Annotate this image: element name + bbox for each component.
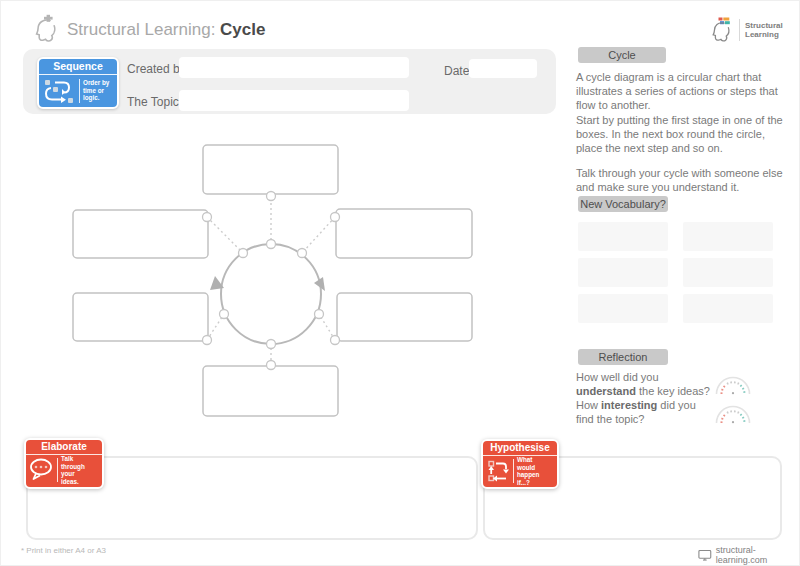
stage-box-bottom[interactable]	[203, 366, 338, 416]
reflection-question-interest: How interesting did you find the topic?	[576, 398, 716, 426]
question-bold-text: interesting	[601, 399, 657, 411]
reflection-question-understand: How well did you understand the key idea…	[576, 370, 716, 398]
stage-box-lower-right[interactable]	[337, 293, 472, 341]
stage-boxes	[73, 145, 472, 416]
stage-box-upper-right[interactable]	[336, 209, 472, 258]
question-text: How well did you	[576, 371, 659, 383]
sequence-card-title: Sequence	[39, 59, 117, 75]
hypothesise-card-divider	[513, 459, 514, 483]
discussion-paragraph: Talk through your cycle with someone els…	[576, 166, 791, 194]
cycle-section-badge: Cycle	[578, 47, 666, 63]
vocabulary-box[interactable]	[578, 258, 668, 287]
instructions-paragraph: Start by putting the first stage in one …	[576, 113, 791, 155]
vocabulary-box[interactable]	[578, 294, 668, 323]
sequence-card-divider	[79, 79, 80, 103]
elaborate-card-divider	[57, 458, 58, 482]
vocabulary-box[interactable]	[683, 294, 773, 323]
vocabulary-box[interactable]	[683, 222, 773, 251]
print-note: * Print in either A4 or A3	[21, 546, 106, 555]
hypothesise-card-description: What would happen if...?	[517, 456, 547, 486]
reflection-section-badge: Reflection	[578, 349, 668, 365]
understanding-gauge[interactable]	[713, 375, 753, 396]
header-form: Sequence Order by time or logic. Created…	[23, 49, 556, 114]
hypothesise-card-title: Hypothesise	[483, 441, 557, 456]
created-by-label: Created by	[127, 62, 186, 76]
elaborate-card: Elaborate Talk through your ideas.	[24, 438, 104, 489]
stage-box-upper-left[interactable]	[73, 210, 208, 258]
elaborate-card-description: Talk through your ideas.	[61, 455, 91, 485]
interest-gauge[interactable]	[713, 404, 753, 425]
topic-label: The Topic	[127, 95, 179, 109]
date-label: Date	[444, 64, 469, 78]
sequence-card-description: Order by time or logic.	[83, 79, 115, 102]
monitor-icon	[698, 549, 712, 562]
sequence-method-card: Sequence Order by time or logic.	[37, 57, 119, 109]
website-url: structural-learning.com	[716, 545, 799, 565]
worksheet-type-text: Cycle	[220, 20, 265, 39]
question-text: How	[576, 399, 601, 411]
website-footer: structural-learning.com	[698, 545, 799, 565]
brand-head-icon	[34, 14, 61, 42]
created-by-input[interactable]	[179, 57, 409, 78]
hypothesise-card: Hypothesise What would happen if...?	[481, 439, 559, 489]
brand-text: Structural Learning:	[67, 20, 220, 39]
cycle-loop-icon	[486, 459, 512, 484]
topic-input[interactable]	[179, 90, 409, 111]
question-text: the key ideas?	[636, 385, 710, 397]
cycle-diagram	[1, 131, 561, 431]
vocabulary-box[interactable]	[578, 222, 668, 251]
sequence-flow-icon	[42, 77, 78, 105]
vocabulary-grid	[578, 222, 773, 323]
page-title: Structural Learning: Cycle	[67, 20, 265, 40]
worksheet-page: Structural Learning: Cycle Structural Le…	[0, 0, 800, 566]
date-input[interactable]	[469, 59, 537, 78]
question-bold-text: understand	[576, 385, 636, 397]
vocabulary-section-badge: New Vocabulary?	[578, 196, 668, 212]
stage-box-top[interactable]	[203, 145, 338, 194]
elaborate-card-title: Elaborate	[26, 440, 102, 455]
cycle-circle	[221, 244, 321, 344]
speech-bubble-icon	[28, 457, 56, 483]
stage-box-lower-left[interactable]	[73, 293, 208, 341]
vocabulary-box[interactable]	[683, 258, 773, 287]
description-paragraph: A cycle diagram is a circular chart that…	[576, 70, 791, 112]
